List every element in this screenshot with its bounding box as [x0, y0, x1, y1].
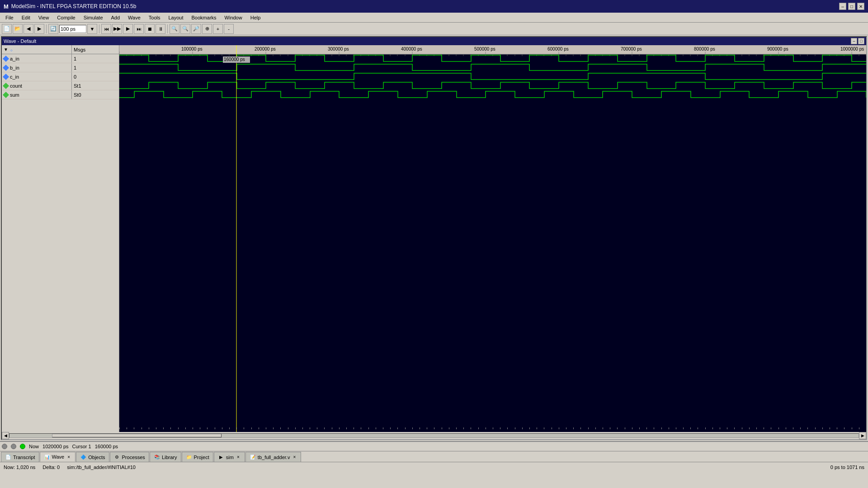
- tab-library[interactable]: 📚Library: [150, 452, 181, 462]
- back-button[interactable]: ◀: [24, 24, 33, 34]
- signal-row-c_in[interactable]: c_in0: [2, 72, 119, 81]
- signal-icon: ⬦: [10, 47, 13, 52]
- minimize-button[interactable]: –: [839, 3, 846, 10]
- main-content: ▼ ⬦ Msgs a_in1b_in1c_in0countSt1sumSt0: [2, 45, 866, 432]
- signal-value-a_in: 1: [72, 56, 119, 61]
- waveform-canvas[interactable]: [119, 45, 866, 432]
- run-all-button[interactable]: ▶▶: [112, 24, 122, 34]
- run-button[interactable]: ▶: [123, 24, 133, 34]
- menu-item-window[interactable]: Window: [221, 14, 246, 21]
- title-bar-left: M ModelSim - INTEL FPGA STARTER EDITION …: [4, 3, 136, 10]
- menu-item-view[interactable]: View: [35, 14, 53, 21]
- wave-title-controls[interactable]: – □: [851, 38, 864, 44]
- tab-icon-sim: ▶: [218, 454, 224, 460]
- break-button[interactable]: ⏸: [156, 24, 165, 34]
- signal-label-a_in: a_in: [10, 56, 19, 61]
- menu-item-layout[interactable]: Layout: [165, 14, 187, 21]
- signal-diamond-a_in: [3, 55, 9, 61]
- new-button[interactable]: 📄: [2, 24, 12, 34]
- signal-msgs-header: Msgs: [72, 47, 119, 52]
- wave-window: Wave - Default – □ ▼ ⬦ Msgs a_in1b_in1c_…: [1, 36, 867, 440]
- close-button[interactable]: ✕: [857, 3, 864, 10]
- zoom-out-button[interactable]: 🔍: [180, 24, 190, 34]
- signal-name-header: ▼ ⬦: [2, 45, 72, 54]
- zoom-full-button[interactable]: 🔎: [191, 24, 201, 34]
- tab-project[interactable]: 📁Project: [182, 452, 213, 462]
- signal-header: ▼ ⬦ Msgs: [2, 45, 119, 54]
- tab-wave[interactable]: 📊Wave×: [40, 452, 76, 462]
- bottom-status-bar: Now: 1,020 ns Delta: 0 sim:/tb_full_adde…: [0, 462, 868, 472]
- open-button[interactable]: 📂: [13, 24, 23, 34]
- zoom-cursor-button[interactable]: ⊕: [202, 24, 212, 34]
- now-value: 1020000 ps: [42, 444, 69, 449]
- menu-item-simulate[interactable]: Simulate: [80, 14, 107, 21]
- status-bar: Now 1020000 ps Cursor 1 160000 ps: [0, 441, 868, 451]
- toolbar: 📄 📂 ◀ ▶ 🔄 100 ps ▼ ⏮ ▶▶ ▶ ⏭ ⏹ ⏸ 🔍 🔍 🔎 ⊕ …: [0, 23, 868, 35]
- zoom-in-button[interactable]: 🔍: [170, 24, 179, 34]
- zoom-out-small[interactable]: -: [224, 24, 234, 34]
- horizontal-scrollbar[interactable]: ◀ ▶: [2, 432, 866, 439]
- wave-maximize-btn[interactable]: □: [858, 38, 864, 44]
- maximize-button[interactable]: □: [848, 3, 855, 10]
- signal-row-b_in[interactable]: b_in1: [2, 63, 119, 72]
- scroll-thumb[interactable]: [52, 434, 222, 437]
- now-label: Now: [29, 444, 39, 449]
- status-led-2: [11, 444, 16, 449]
- signal-row-count[interactable]: countSt1: [2, 81, 119, 90]
- sim-delta: Delta: 0: [42, 465, 60, 470]
- scroll-left-btn[interactable]: ◀: [2, 432, 9, 439]
- tab-processes[interactable]: ⚙Processes: [110, 452, 149, 462]
- tab-icon-transcript: 📄: [5, 454, 11, 460]
- signal-value-b_in: 1: [72, 65, 119, 70]
- tab-icon-project: 📁: [186, 454, 192, 460]
- signal-panel: ▼ ⬦ Msgs a_in1b_in1c_in0countSt1sumSt0: [2, 45, 119, 432]
- signal-row-sum[interactable]: sumSt0: [2, 90, 119, 99]
- menu-item-file[interactable]: File: [2, 14, 17, 21]
- waveform-area[interactable]: [119, 45, 866, 432]
- menu-item-add[interactable]: Add: [108, 14, 124, 21]
- menu-item-wave[interactable]: Wave: [124, 14, 144, 21]
- waveform-display[interactable]: [119, 45, 866, 432]
- tab-sim[interactable]: ▶sim×: [214, 452, 245, 462]
- menu-item-edit[interactable]: Edit: [18, 14, 34, 21]
- sim-now: Now: 1,020 ns: [4, 465, 35, 470]
- signal-list[interactable]: a_in1b_in1c_in0countSt1sumSt0: [2, 54, 119, 432]
- time-step-input[interactable]: 100 ps: [59, 25, 86, 33]
- signal-row-a_in[interactable]: a_in1: [2, 54, 119, 63]
- tab-close-wave[interactable]: ×: [66, 454, 71, 460]
- tab-label-library: Library: [162, 455, 177, 460]
- tab-close-sim[interactable]: ×: [236, 455, 241, 460]
- tab-icon-wave: 📊: [44, 454, 50, 460]
- signal-label-count: count: [10, 83, 22, 89]
- stop-button[interactable]: ⏹: [145, 24, 155, 34]
- tab-tb-full-adder-v[interactable]: 📝tb_full_adder.v×: [245, 452, 302, 462]
- menu-item-compile[interactable]: Compile: [53, 14, 79, 21]
- menu-item-bookmarks[interactable]: Bookmarks: [188, 14, 220, 21]
- sim-path: sim:/tb_full_adder/#INITIAL#10: [67, 465, 136, 470]
- tab-transcript[interactable]: 📄Transcript: [1, 452, 39, 462]
- wave-minimize-btn[interactable]: –: [851, 38, 857, 44]
- tab-close-tb-full-adder-v[interactable]: ×: [292, 455, 297, 460]
- forward-button[interactable]: ▶: [34, 24, 44, 34]
- run-step-button[interactable]: ⏭: [134, 24, 144, 34]
- toolbar-sep-3: [167, 24, 168, 33]
- title-bar: M ModelSim - INTEL FPGA STARTER EDITION …: [0, 0, 868, 13]
- status-led-1: [2, 444, 7, 449]
- restart-button[interactable]: ⏮: [101, 24, 111, 34]
- menu-item-tools[interactable]: Tools: [145, 14, 164, 21]
- tab-objects[interactable]: 🔷Objects: [76, 452, 109, 462]
- wave-title-bar: Wave - Default – □: [2, 37, 866, 45]
- time-step-down[interactable]: ▼: [87, 24, 97, 34]
- menu-item-help[interactable]: Help: [247, 14, 264, 21]
- signal-value-c_in: 0: [72, 74, 119, 80]
- time-range: 0 ps to 1071 ns: [830, 465, 864, 470]
- signal-label-c_in: c_in: [10, 74, 19, 80]
- zoom-in-small[interactable]: +: [213, 24, 223, 34]
- tab-icon-tb-full-adder-v: 📝: [250, 454, 256, 460]
- signal-diamond-b_in: [3, 64, 9, 70]
- refresh-button[interactable]: 🔄: [48, 24, 58, 34]
- scroll-right-btn[interactable]: ▶: [859, 432, 866, 439]
- scroll-track[interactable]: [9, 433, 859, 438]
- signal-tree-expand[interactable]: ▼: [4, 47, 8, 52]
- title-bar-controls[interactable]: – □ ✕: [839, 3, 864, 10]
